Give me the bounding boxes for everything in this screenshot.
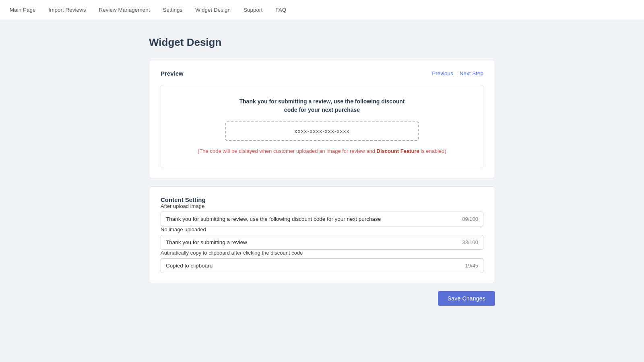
- previous-link[interactable]: Previous: [432, 70, 453, 76]
- char-count-no-image: 33/100: [457, 239, 483, 245]
- preview-note-text: (The code will be dislayed when customer…: [198, 148, 376, 154]
- nav-item-support[interactable]: Support: [244, 5, 262, 14]
- preview-card: Preview Previous Next Step Thank you for…: [149, 60, 495, 178]
- save-changes-button[interactable]: Save Changes: [438, 291, 495, 306]
- field-label-after-upload: After upload image: [161, 203, 483, 209]
- save-btn-row: Save Changes: [149, 291, 495, 306]
- field-label-auto-copy: Autmatically copy to clipboard after cli…: [161, 250, 483, 256]
- next-step-link[interactable]: Next Step: [460, 70, 483, 76]
- nav-item-import-reviews[interactable]: Import Reviews: [49, 5, 86, 14]
- preview-note-suffix: is enabled): [419, 148, 446, 154]
- field-group-after-upload: After upload image89/100: [161, 203, 483, 226]
- navbar: Main PageImport ReviewsReview Management…: [0, 0, 644, 20]
- nav-item-main-page[interactable]: Main Page: [10, 5, 36, 14]
- field-group-auto-copy: Autmatically copy to clipboard after cli…: [161, 250, 483, 273]
- preview-label: Preview: [161, 70, 184, 77]
- input-auto-copy[interactable]: [161, 259, 460, 273]
- input-after-upload[interactable]: [161, 212, 457, 226]
- preview-card-header: Preview Previous Next Step: [161, 70, 483, 77]
- input-no-image[interactable]: [161, 235, 457, 249]
- nav-item-widget-design[interactable]: Widget Design: [195, 5, 231, 14]
- field-group-no-image: No image uploaded33/100: [161, 226, 483, 250]
- discount-code-box: xxxx-xxxx-xxx-xxxx: [225, 121, 419, 141]
- input-wrapper-auto-copy: 19/45: [161, 258, 483, 273]
- field-label-no-image: No image uploaded: [161, 226, 483, 232]
- char-count-auto-copy: 19/45: [460, 263, 483, 269]
- input-wrapper-no-image: 33/100: [161, 235, 483, 250]
- input-wrapper-after-upload: 89/100: [161, 212, 483, 226]
- page-title: Widget Design: [149, 36, 495, 49]
- page-content: Widget Design Preview Previous Next Step…: [141, 20, 503, 322]
- fields-container: After upload image89/100No image uploade…: [161, 203, 483, 273]
- char-count-after-upload: 89/100: [457, 216, 483, 222]
- content-setting-label: Content Setting: [161, 196, 483, 203]
- preview-thank-you-text: Thank you for submitting a review, use t…: [169, 97, 475, 114]
- nav-item-review-management[interactable]: Review Management: [99, 5, 150, 14]
- content-setting-card: Content Setting After upload image89/100…: [149, 186, 495, 283]
- preview-box: Thank you for submitting a review, use t…: [161, 85, 483, 168]
- preview-note-bold: Discount Feature: [377, 148, 419, 154]
- preview-nav-links: Previous Next Step: [432, 70, 483, 76]
- nav-item-settings[interactable]: Settings: [163, 5, 182, 14]
- preview-note: (The code will be dislayed when customer…: [169, 147, 475, 156]
- nav-item-faq[interactable]: FAQ: [275, 5, 286, 14]
